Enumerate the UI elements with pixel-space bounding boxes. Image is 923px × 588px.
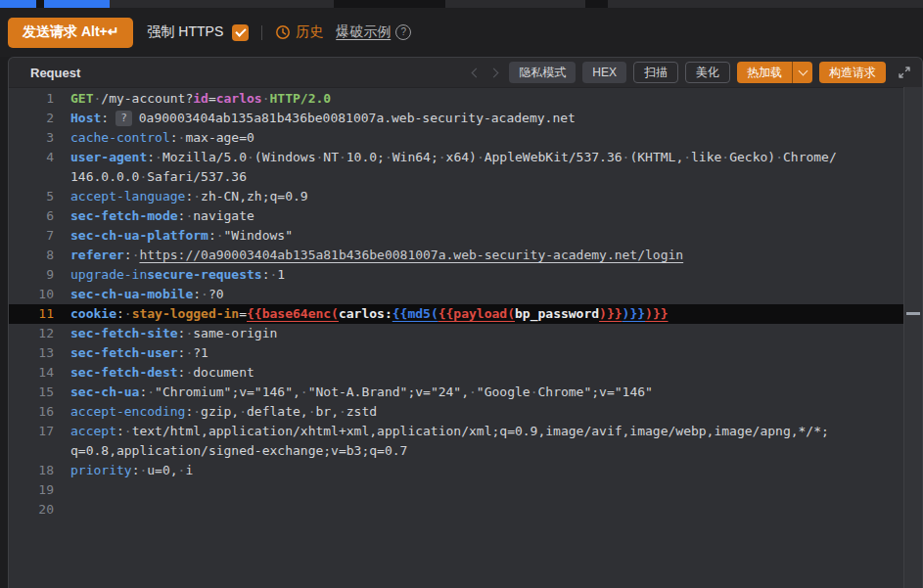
line-content: sec-fetch-dest:·document	[54, 363, 904, 383]
code-line-17[interactable]: 17accept:·text/html,application/xhtml+xm…	[9, 422, 904, 441]
code-line-13[interactable]: 13sec-fetch-user:·?1	[9, 343, 904, 363]
code-line-10[interactable]: 10sec-ch-ua-mobile:·?0	[9, 285, 904, 304]
active-tab-remnant-2[interactable]	[44, 0, 110, 8]
request-panel: Request 隐私模式HEX扫描美化热加载构造请求 1GET·/my-acco…	[8, 57, 923, 588]
clock-icon	[275, 24, 291, 40]
line-content: cache-control:·max-age=0	[54, 128, 904, 148]
panel-buttons-slot: 隐私模式HEX扫描美化热加载构造请求	[509, 62, 886, 83]
toolbar-divider	[261, 25, 262, 40]
line-number: 13	[9, 343, 54, 363]
hot-reload-button-label[interactable]: 热加载	[737, 62, 792, 83]
line-number: 10	[9, 285, 54, 304]
send-request-button[interactable]: 发送请求 Alt+↵	[8, 18, 133, 48]
force-https-checkbox[interactable]	[232, 24, 249, 41]
host-hint-badge[interactable]: ?	[115, 111, 132, 126]
line-content: sec-ch-ua-platform:·"Windows"	[54, 226, 904, 246]
code-line-11[interactable]: 11cookie:·stay-logged-in={{base64enc(car…	[9, 304, 904, 324]
editor-code-area[interactable]: 1GET·/my-account?id=carlos·HTTP/2.02Host…	[9, 89, 904, 588]
blast-example-link[interactable]: 爆破示例	[336, 23, 391, 41]
check-icon	[235, 25, 246, 36]
request-editor[interactable]: 1GET·/my-account?id=carlos·HTTP/2.02Host…	[9, 87, 922, 588]
scan-button[interactable]: 扫描	[633, 62, 678, 83]
force-https-label: 强制 HTTPS	[147, 23, 223, 41]
line-content: accept:·text/html,application/xhtml+xml,…	[54, 422, 904, 441]
inactive-tab-remnant[interactable]	[110, 0, 334, 8]
code-line-16[interactable]: 16accept-encoding:·gzip,·deflate,·br,·zs…	[9, 402, 904, 422]
line-content	[54, 480, 904, 500]
chevron-right-icon[interactable]	[488, 66, 502, 79]
privacy-mode-button[interactable]: 隐私模式	[509, 62, 576, 83]
hex-button[interactable]: HEX	[582, 62, 626, 83]
panel-header-buttons: 隐私模式HEX扫描美化热加载构造请求	[468, 62, 912, 83]
code-line-2[interactable]: 2Host:?0a90003404ab135a81b436be0081007a.…	[9, 109, 904, 128]
line-content: cookie:·stay-logged-in={{base64enc(carlo…	[54, 304, 904, 324]
line-content: sec-ch-ua-mobile:·?0	[54, 285, 904, 304]
code-line-9[interactable]: 9upgrade-insecure-requests:·1	[9, 265, 904, 285]
chevron-left-icon[interactable]	[468, 66, 482, 79]
line-number	[9, 167, 54, 187]
hot-reload-button[interactable]: 热加载	[737, 62, 812, 83]
code-line-3[interactable]: 3cache-control:·max-age=0	[9, 128, 904, 148]
line-number: 18	[9, 461, 54, 480]
code-line-4[interactable]: 4user-agent:·Mozilla/5.0·(Windows·NT·10.…	[9, 148, 904, 167]
line-number: 17	[9, 422, 54, 441]
active-tab-remnant[interactable]	[0, 0, 36, 8]
line-content: GET·/my-account?id=carlos·HTTP/2.0	[54, 89, 904, 109]
line-content: user-agent:·Mozilla/5.0·(Windows·NT·10.0…	[54, 148, 904, 167]
line-content: 146.0.0.0·Safari/537.36	[54, 167, 904, 187]
code-line-7[interactable]: 7sec-ch-ua-platform:·"Windows"	[9, 226, 904, 246]
editor-overview-ruler[interactable]	[903, 87, 922, 588]
highlight-mark	[906, 312, 920, 315]
request-panel-header: Request 隐私模式HEX扫描美化热加载构造请求	[9, 58, 922, 88]
build-request-button[interactable]: 构造请求	[819, 62, 886, 83]
line-number: 16	[9, 402, 54, 422]
line-number: 6	[9, 206, 54, 226]
line-content: priority:·u=0,·i	[54, 461, 904, 480]
request-toolbar: 发送请求 Alt+↵ 强制 HTTPS 历史 爆破示例 ?	[0, 8, 923, 57]
line-content: referer:·https://0a90003404ab135a81b436b…	[54, 246, 904, 265]
line-number: 19	[9, 480, 54, 500]
line-content: upgrade-insecure-requests:·1	[54, 265, 904, 285]
code-line-wrap-4[interactable]: 146.0.0.0·Safari/537.36	[9, 167, 904, 187]
code-line-15[interactable]: 15sec-ch-ua:·"Chromium";v="146",·"Not-A.…	[9, 383, 904, 402]
line-number: 4	[9, 148, 54, 167]
line-content: sec-fetch-user:·?1	[54, 343, 904, 363]
code-line-5[interactable]: 5accept-language:·zh-CN,zh;q=0.9	[9, 187, 904, 206]
line-content	[54, 500, 904, 520]
line-number: 8	[9, 246, 54, 265]
code-line-8[interactable]: 8referer:·https://0a90003404ab135a81b436…	[9, 246, 904, 265]
line-content: sec-fetch-mode:·navigate	[54, 206, 904, 226]
code-line-12[interactable]: 12sec-fetch-site:·same-origin	[9, 324, 904, 343]
line-number: 15	[9, 383, 54, 402]
line-content: q=0.8,application/signed-exchange;v=b3;q…	[54, 441, 904, 461]
line-number: 9	[9, 265, 54, 285]
chevron-down-icon[interactable]	[792, 62, 812, 83]
line-content: accept-language:·zh-CN,zh;q=0.9	[54, 187, 904, 206]
code-line-wrap-18[interactable]: q=0.8,application/signed-exchange;v=b3;q…	[9, 441, 904, 461]
code-line-20[interactable]: 20	[9, 500, 904, 520]
line-number: 7	[9, 226, 54, 246]
code-line-1[interactable]: 1GET·/my-account?id=carlos·HTTP/2.0	[9, 89, 904, 109]
top-tab-strip	[0, 0, 923, 8]
line-number: 3	[9, 128, 54, 148]
code-line-14[interactable]: 14sec-fetch-dest:·document	[9, 363, 904, 383]
fullscreen-icon[interactable]	[897, 65, 912, 80]
line-number: 1	[9, 89, 54, 109]
inactive-tab-remnant-3[interactable]	[608, 0, 923, 8]
line-number	[9, 441, 54, 461]
history-label: 历史	[296, 23, 323, 41]
code-line-19[interactable]: 19	[9, 480, 904, 500]
history-button[interactable]: 历史	[275, 23, 323, 41]
line-content: sec-ch-ua:·"Chromium";v="146",·"Not-A.Br…	[54, 383, 904, 402]
beautify-button[interactable]: 美化	[685, 62, 730, 83]
line-number: 11	[9, 304, 54, 324]
line-number: 5	[9, 187, 54, 206]
line-content: Host:?0a90003404ab135a81b436be0081007a.w…	[54, 109, 904, 128]
code-line-6[interactable]: 6sec-fetch-mode:·navigate	[9, 206, 904, 226]
code-line-18[interactable]: 18priority:·u=0,·i	[9, 461, 904, 480]
panel-title: Request	[30, 66, 80, 80]
inactive-tab-remnant-2[interactable]	[445, 0, 585, 8]
line-number: 20	[9, 500, 54, 520]
help-icon[interactable]: ?	[395, 24, 411, 40]
line-number: 2	[9, 109, 54, 128]
